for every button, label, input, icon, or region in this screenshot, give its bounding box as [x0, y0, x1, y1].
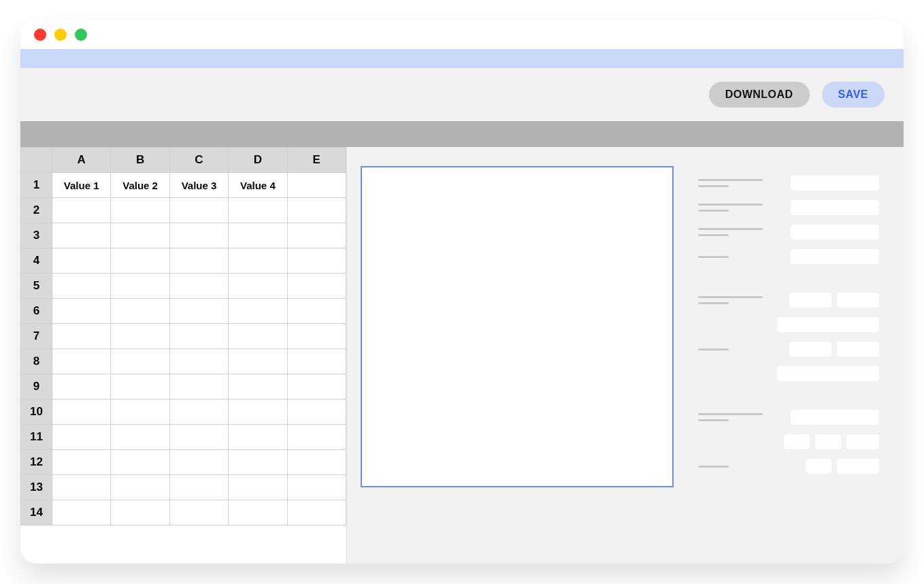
cell[interactable] — [52, 400, 111, 425]
cell[interactable] — [169, 324, 228, 349]
cell[interactable] — [169, 475, 228, 500]
cell[interactable] — [169, 223, 228, 248]
cell[interactable] — [229, 500, 287, 525]
cell[interactable] — [111, 400, 169, 425]
maximize-icon[interactable] — [75, 29, 87, 41]
cell[interactable]: Value 3 — [169, 173, 228, 198]
property-input[interactable] — [846, 434, 879, 449]
cell[interactable] — [287, 349, 346, 374]
cell[interactable] — [287, 223, 346, 248]
cell[interactable] — [111, 223, 169, 248]
property-input[interactable] — [791, 176, 879, 191]
property-input[interactable] — [791, 249, 879, 264]
cell[interactable] — [169, 349, 228, 374]
cell[interactable] — [229, 425, 287, 450]
row-header[interactable]: 12 — [21, 450, 52, 475]
cell[interactable] — [52, 223, 111, 248]
cell[interactable]: Value 4 — [229, 173, 287, 198]
row-header[interactable]: 2 — [21, 198, 52, 223]
download-button[interactable]: DOWNLOAD — [709, 82, 810, 108]
property-input[interactable] — [789, 293, 831, 308]
row-header[interactable]: 13 — [21, 475, 52, 500]
cell[interactable] — [287, 450, 346, 475]
row-header[interactable]: 10 — [21, 400, 52, 425]
cell[interactable] — [52, 299, 111, 324]
property-input[interactable] — [791, 225, 879, 240]
cell[interactable] — [287, 198, 346, 223]
row-header[interactable]: 9 — [21, 374, 52, 400]
property-input[interactable] — [837, 342, 879, 357]
cell[interactable] — [111, 198, 169, 223]
cell[interactable] — [52, 274, 111, 299]
cell[interactable] — [169, 500, 228, 525]
cell[interactable] — [287, 475, 346, 500]
cell[interactable] — [287, 500, 346, 525]
cell[interactable] — [287, 173, 346, 198]
column-header[interactable]: E — [287, 148, 346, 173]
property-input[interactable] — [789, 342, 831, 357]
row-header[interactable]: 3 — [21, 223, 52, 248]
column-header[interactable]: D — [229, 148, 287, 173]
cell[interactable] — [111, 299, 169, 324]
cell[interactable] — [287, 324, 346, 349]
cell[interactable] — [169, 248, 228, 274]
cell[interactable] — [169, 299, 228, 324]
property-input[interactable] — [837, 459, 879, 474]
cell[interactable] — [169, 198, 228, 223]
cell[interactable] — [52, 500, 111, 525]
cell[interactable] — [52, 198, 111, 223]
page-canvas[interactable] — [361, 166, 674, 487]
property-input[interactable] — [791, 200, 879, 215]
cell[interactable] — [287, 425, 346, 450]
cell[interactable] — [287, 374, 346, 400]
cell[interactable] — [111, 274, 169, 299]
cell[interactable] — [111, 425, 169, 450]
cell[interactable] — [229, 198, 287, 223]
row-header[interactable]: 11 — [21, 425, 52, 450]
cell[interactable] — [287, 299, 346, 324]
cell[interactable] — [287, 400, 346, 425]
cell[interactable] — [169, 400, 228, 425]
cell[interactable] — [52, 475, 111, 500]
minimize-icon[interactable] — [54, 29, 67, 41]
close-icon[interactable] — [34, 29, 46, 41]
row-header[interactable]: 1 — [21, 173, 52, 198]
cell[interactable] — [229, 450, 287, 475]
column-header[interactable]: A — [52, 148, 111, 173]
property-input[interactable] — [791, 410, 879, 425]
property-input[interactable] — [837, 293, 879, 308]
cell[interactable] — [229, 248, 287, 274]
cell[interactable] — [229, 475, 287, 500]
row-header[interactable]: 14 — [21, 500, 52, 525]
cell[interactable] — [229, 299, 287, 324]
cell[interactable] — [52, 450, 111, 475]
cell[interactable] — [111, 349, 169, 374]
cell[interactable] — [111, 374, 169, 400]
cell[interactable] — [229, 374, 287, 400]
row-header[interactable]: 4 — [21, 248, 52, 274]
save-button[interactable]: SAVE — [822, 82, 885, 108]
cell[interactable] — [287, 274, 346, 299]
cell[interactable] — [111, 450, 169, 475]
cell[interactable] — [287, 248, 346, 274]
cell[interactable] — [169, 374, 228, 400]
property-input[interactable] — [777, 366, 879, 381]
property-input[interactable] — [806, 459, 831, 474]
column-header[interactable]: C — [169, 148, 228, 173]
select-all-cell[interactable] — [21, 148, 52, 173]
cell[interactable] — [229, 274, 287, 299]
cell[interactable]: Value 1 — [52, 173, 111, 198]
cell[interactable] — [229, 349, 287, 374]
cell[interactable] — [111, 248, 169, 274]
cell[interactable] — [169, 425, 228, 450]
property-input[interactable] — [784, 434, 810, 449]
cell[interactable] — [52, 374, 111, 400]
cell[interactable] — [111, 475, 169, 500]
property-input[interactable] — [815, 434, 841, 449]
row-header[interactable]: 7 — [21, 324, 52, 349]
cell[interactable] — [229, 223, 287, 248]
cell[interactable] — [111, 324, 169, 349]
row-header[interactable]: 8 — [21, 349, 52, 374]
cell[interactable] — [52, 349, 111, 374]
row-header[interactable]: 5 — [21, 274, 52, 299]
